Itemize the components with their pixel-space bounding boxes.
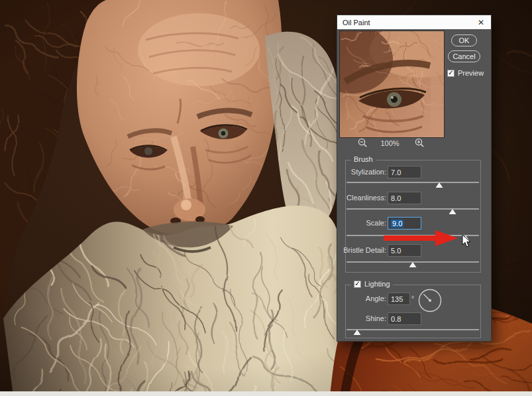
slider-thumb[interactable] [354, 330, 361, 335]
slider-thumb[interactable] [449, 209, 456, 214]
shine-input[interactable] [388, 312, 421, 325]
lighting-checkbox[interactable]: ✓ [354, 281, 361, 288]
cleanliness-slider[interactable] [346, 207, 479, 215]
shine-label: Shine: [337, 312, 386, 325]
preview-checkbox-label: Preview [458, 69, 484, 77]
shine-slider[interactable] [346, 328, 479, 336]
dialog-title: Oil Paint [343, 19, 476, 27]
brush-group-legend: Brush [351, 155, 376, 163]
angle-input[interactable] [388, 293, 410, 305]
preview-checkbox-row[interactable]: ✓ Preview [447, 69, 484, 77]
preview-checkbox[interactable]: ✓ [447, 70, 454, 77]
slider-thumb[interactable] [409, 262, 417, 267]
angle-degree-unit: ° [411, 293, 414, 305]
scale-input-selected-text: 9.0 [391, 220, 403, 228]
page-edge-strip [0, 391, 532, 396]
ok-button[interactable]: OK [451, 34, 477, 46]
dialog-body: OK Cancel ✓ Preview 100% Brush [337, 29, 491, 341]
mouse-cursor-icon [462, 234, 472, 248]
lighting-group-legend: ✓ Lighting [351, 280, 393, 288]
stylization-input[interactable] [388, 166, 421, 178]
cleanliness-input[interactable] [388, 192, 421, 204]
slider-track[interactable] [346, 208, 479, 210]
slider-track[interactable] [346, 182, 479, 183]
angle-label: Angle: [337, 293, 386, 305]
filter-preview-image[interactable] [339, 31, 445, 138]
slider-track[interactable] [346, 329, 479, 330]
stylization-slider[interactable] [346, 180, 479, 188]
bristle-detail-label: Bristle Detail: [337, 244, 386, 257]
zoom-level: 100% [372, 139, 408, 147]
lighting-group-label: Lighting [364, 280, 390, 288]
bristle-detail-slider[interactable] [346, 260, 479, 268]
angle-dial[interactable] [417, 287, 443, 314]
screenshot-canvas: Oil Paint ✕ [0, 0, 532, 396]
scale-input[interactable]: 9.0 [388, 217, 421, 230]
zoom-in-icon[interactable] [415, 138, 425, 148]
close-icon[interactable]: ✕ [476, 19, 486, 27]
annotation-arrow-icon [384, 230, 459, 247]
cleanliness-label: Cleanliness: [337, 192, 386, 204]
dialog-titlebar[interactable]: Oil Paint ✕ [337, 15, 491, 29]
slider-thumb[interactable] [436, 182, 443, 188]
stylization-label: Stylization: [337, 166, 386, 178]
zoom-out-icon[interactable] [358, 138, 368, 148]
scale-label: Scale: [337, 217, 386, 230]
oil-paint-dialog: Oil Paint ✕ [337, 15, 492, 342]
cancel-button[interactable]: Cancel [448, 50, 480, 62]
angle-dial-needle[interactable] [423, 294, 430, 300]
